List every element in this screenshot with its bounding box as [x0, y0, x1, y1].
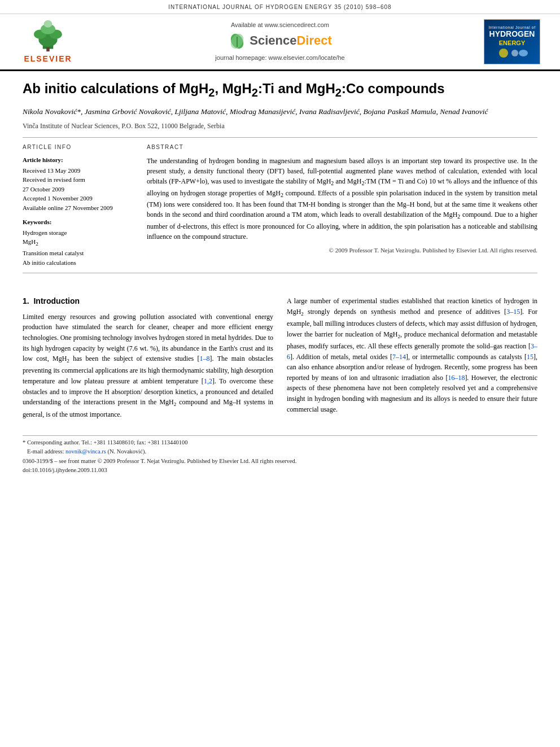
- ref-7-14[interactable]: 7–14: [392, 353, 406, 361]
- intro-paragraph-left: Limited energy resources and growing pol…: [23, 312, 273, 420]
- sd-leaf-icon: [228, 32, 246, 50]
- cover-graphic-icon: [495, 47, 529, 59]
- cover-hydrogen-text: HYDROGEN: [489, 30, 535, 38]
- journal-cover-image: International Journal of HYDROGEN ENERGY: [484, 19, 540, 64]
- keywords-heading: Keywords:: [23, 218, 135, 226]
- corresponding-author: * Corresponding author. Tel.: +381 11340…: [23, 438, 537, 447]
- journal-title-bar: International Journal of Hydrogen Energy…: [168, 4, 391, 10]
- sd-science-text: Science: [250, 33, 296, 47]
- article-info-label: ARTICLE INFO: [23, 143, 135, 151]
- keyword3: Transition metal catalyst: [23, 248, 135, 258]
- svg-point-12: [519, 50, 528, 56]
- abstract-col: ABSTRACT The understanding of hydrogen b…: [147, 143, 537, 267]
- ref-16-18[interactable]: 16–18: [448, 374, 465, 382]
- header-section: ELSEVIER Available at www.sciencedirect.…: [0, 14, 560, 71]
- abstract-label: ABSTRACT: [147, 143, 537, 151]
- ref-15[interactable]: 15: [527, 353, 533, 361]
- keyword4: Ab initio calculations: [23, 258, 135, 268]
- section-title: 1. Introduction: [23, 296, 273, 307]
- journal-homepage-text: journal homepage: www.elsevier.com/locat…: [215, 54, 344, 62]
- article-history-section: Article history: Received 13 May 2009 Re…: [23, 156, 135, 212]
- footnote-section: * Corresponding author. Tel.: +381 11340…: [23, 435, 537, 456]
- keyword1: Hydrogen storage: [23, 228, 135, 238]
- article-main: Ab initio calculations of MgH2, MgH2:Ti …: [0, 71, 560, 291]
- email-link[interactable]: novnik@vinca.rs: [65, 448, 106, 455]
- cover-energy-text: ENERGY: [499, 39, 525, 47]
- doi-line: doi:10.1016/j.ijhydene.2009.11.003: [23, 466, 537, 475]
- center-header: Available at www.sciencedirect.com Scien…: [85, 21, 475, 62]
- keywords-section: Keywords: Hydrogen storage MgH2 Transiti…: [23, 218, 135, 267]
- elsevier-text: ELSEVIER: [24, 54, 72, 65]
- body-right-col: A large number of experimental studies e…: [287, 296, 537, 420]
- available-online: Available online 27 November 2009: [23, 203, 135, 213]
- authors: Nikola Novaković*, Jasmina Grbović Novak…: [23, 106, 537, 117]
- divider-bottom: [23, 273, 537, 273]
- ref-1-2[interactable]: 1,2: [204, 377, 212, 385]
- ref-3-6[interactable]: 3–6: [287, 342, 537, 361]
- revised2: 27 October 2009: [23, 185, 135, 194]
- email-label: E-mail address:: [27, 448, 64, 455]
- ref-1-8[interactable]: 1–8: [200, 355, 210, 362]
- article-title: Ab initio calculations of MgH2, MgH2:Ti …: [23, 80, 537, 100]
- abstract-text: The understanding of hydrogen bonding in…: [147, 156, 537, 241]
- article-info-abstract: ARTICLE INFO Article history: Received 1…: [23, 143, 537, 267]
- svg-point-11: [511, 50, 518, 56]
- email-name: (N. Novaković).: [108, 448, 147, 455]
- sd-direct-text: Direct: [296, 33, 331, 47]
- accepted: Accepted 1 November 2009: [23, 194, 135, 203]
- intro-paragraph-right: A large number of experimental studies e…: [287, 296, 537, 414]
- elsevier-tree-icon: [23, 19, 73, 53]
- affiliation: Vinča Institute of Nuclear Sciences, P.O…: [23, 121, 537, 131]
- ref-3-15[interactable]: 3–15: [506, 308, 520, 316]
- section-heading: Introduction: [33, 296, 80, 305]
- journal-cover-section: International Journal of HYDROGEN ENERGY: [475, 19, 549, 64]
- sd-logo-text: ScienceDirect: [250, 32, 332, 50]
- divider-top: [23, 137, 537, 138]
- email-line: E-mail address: novnik@vinca.rs (N. Nova…: [23, 447, 537, 456]
- svg-rect-5: [46, 47, 50, 51]
- journal-header-bar: International Journal of Hydrogen Energy…: [0, 0, 560, 14]
- issn-line: 0360-3199/$ – see front matter © 2009 Pr…: [23, 457, 537, 466]
- keyword2: MgH2: [23, 237, 135, 248]
- section-number: 1.: [23, 296, 29, 305]
- article-info-col: ARTICLE INFO Article history: Received 1…: [23, 143, 135, 267]
- available-text: Available at www.sciencedirect.com: [231, 21, 329, 29]
- svg-point-10: [499, 49, 508, 58]
- sciencedirect-logo: ScienceDirect: [228, 32, 332, 50]
- article-history-heading: Article history:: [23, 156, 135, 164]
- received1: Received 13 May 2009: [23, 166, 135, 176]
- elsevier-logo: ELSEVIER: [11, 19, 85, 65]
- body-left-col: 1. Introduction Limited energy resources…: [23, 296, 273, 420]
- svg-point-6: [44, 20, 53, 28]
- copyright-line: © 2009 Professor T. Nejat Veziroglu. Pub…: [147, 246, 537, 255]
- body-section: 1. Introduction Limited energy resources…: [0, 290, 560, 431]
- revised1: Received in revised form: [23, 175, 135, 185]
